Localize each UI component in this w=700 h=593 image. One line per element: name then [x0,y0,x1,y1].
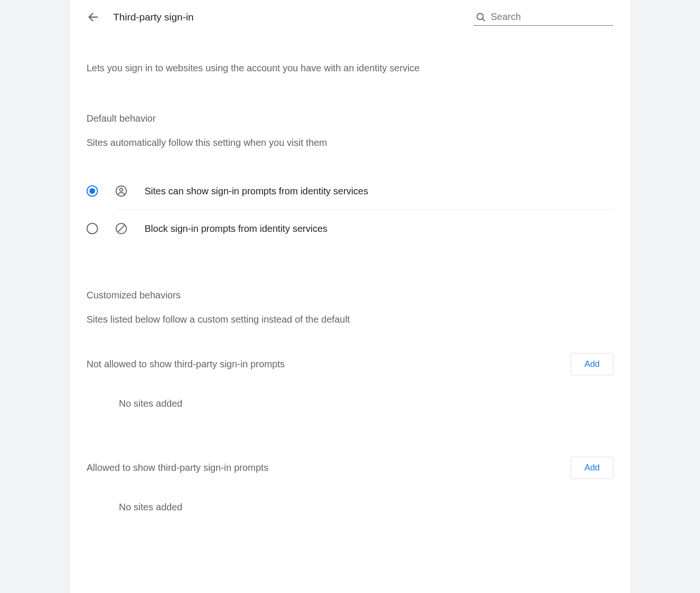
search-icon [476,12,486,22]
arrow-left-icon [87,11,99,23]
radio-option-block[interactable]: Block sign-in prompts from identity serv… [87,210,613,247]
search-container[interactable] [474,9,613,26]
radio-label: Block sign-in prompts from identity serv… [145,223,328,234]
search-input[interactable] [491,11,612,22]
radio-group: Sites can show sign-in prompts from iden… [87,172,613,247]
page-content: Lets you sign in to websites using the a… [69,61,631,513]
radio-button[interactable] [87,223,98,234]
customized-behaviors-title: Customized behaviors [87,290,613,301]
add-allowed-button[interactable]: Add [571,457,613,479]
not-allowed-list-header: Not allowed to show third-party sign-in … [87,353,613,375]
page-header: Third-party sign-in [69,0,631,34]
add-not-allowed-button[interactable]: Add [571,353,613,375]
customized-behaviors-section: Customized behaviors Sites listed below … [87,290,613,513]
default-behavior-description: Sites automatically follow this setting … [87,135,613,150]
svg-line-2 [482,19,485,21]
default-behavior-title: Default behavior [87,113,613,124]
not-allowed-empty-text: No sites added [119,398,613,409]
default-behavior-section: Default behavior Sites automatically fol… [87,113,613,247]
allowed-list-header: Allowed to show third-party sign-in prom… [87,457,613,479]
block-icon [115,222,127,235]
page-description: Lets you sign in to websites using the a… [87,61,613,75]
settings-page: Third-party sign-in Lets you sign in to … [69,0,631,593]
radio-option-allow[interactable]: Sites can show sign-in prompts from iden… [87,172,613,210]
radio-button[interactable] [87,185,98,197]
svg-point-4 [120,188,123,191]
back-button[interactable] [87,10,100,24]
allowed-empty-text: No sites added [119,502,613,513]
person-circle-icon [115,185,127,197]
page-title: Third-party sign-in [113,11,194,23]
allowed-list-title: Allowed to show third-party sign-in prom… [87,462,268,473]
radio-label: Sites can show sign-in prompts from iden… [145,186,368,197]
not-allowed-list-title: Not allowed to show third-party sign-in … [87,359,285,370]
customized-behaviors-description: Sites listed below follow a custom setti… [87,312,613,326]
svg-point-1 [477,13,483,19]
svg-line-6 [117,225,125,232]
